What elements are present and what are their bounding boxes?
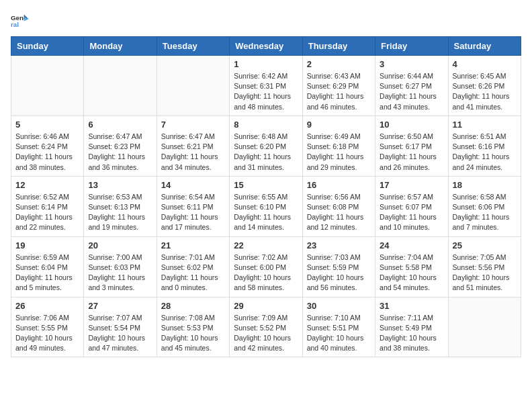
- calendar-cell: 19Sunrise: 6:59 AMSunset: 6:04 PMDayligh…: [11, 236, 84, 297]
- day-number: 29: [234, 301, 298, 311]
- day-info: Sunrise: 7:04 AMSunset: 5:58 PMDaylight:…: [380, 253, 443, 293]
- calendar-week-row: 12Sunrise: 6:52 AMSunset: 6:14 PMDayligh…: [11, 176, 521, 236]
- day-info: Sunrise: 6:59 AMSunset: 6:04 PMDaylight:…: [15, 253, 79, 293]
- day-number: 17: [380, 180, 443, 190]
- day-number: 3: [380, 59, 443, 69]
- day-info: Sunrise: 7:09 AMSunset: 5:52 PMDaylight:…: [234, 313, 298, 354]
- calendar-week-row: 26Sunrise: 7:06 AMSunset: 5:55 PMDayligh…: [11, 297, 521, 357]
- calendar-cell: 1Sunrise: 6:42 AMSunset: 6:31 PMDaylight…: [230, 56, 302, 116]
- calendar-cell: 26Sunrise: 7:06 AMSunset: 5:55 PMDayligh…: [11, 297, 84, 357]
- day-info: Sunrise: 6:43 AMSunset: 6:29 PMDaylight:…: [307, 71, 371, 112]
- day-info: Sunrise: 6:44 AMSunset: 6:27 PMDaylight:…: [380, 71, 443, 112]
- calendar-cell: 8Sunrise: 6:48 AMSunset: 6:20 PMDaylight…: [230, 116, 302, 176]
- calendar-cell: 7Sunrise: 6:47 AMSunset: 6:21 PMDaylight…: [157, 116, 229, 176]
- calendar-cell: 18Sunrise: 6:58 AMSunset: 6:06 PMDayligh…: [448, 176, 521, 236]
- day-number: 16: [307, 180, 371, 190]
- day-info: Sunrise: 6:42 AMSunset: 6:31 PMDaylight:…: [234, 71, 298, 112]
- calendar-cell: 30Sunrise: 7:10 AMSunset: 5:51 PMDayligh…: [302, 297, 375, 357]
- calendar-cell: [157, 56, 229, 116]
- calendar-cell: 29Sunrise: 7:09 AMSunset: 5:52 PMDayligh…: [230, 297, 302, 357]
- day-info: Sunrise: 6:45 AMSunset: 6:26 PMDaylight:…: [453, 71, 517, 112]
- weekday-header-sunday: Sunday: [11, 37, 84, 56]
- day-number: 25: [453, 240, 517, 250]
- day-info: Sunrise: 7:06 AMSunset: 5:55 PMDaylight:…: [15, 313, 79, 354]
- calendar-cell: 14Sunrise: 6:54 AMSunset: 6:11 PMDayligh…: [157, 176, 229, 236]
- day-info: Sunrise: 7:02 AMSunset: 6:00 PMDaylight:…: [234, 253, 298, 293]
- calendar-cell: 13Sunrise: 6:53 AMSunset: 6:13 PMDayligh…: [84, 176, 157, 236]
- day-info: Sunrise: 6:57 AMSunset: 6:07 PMDaylight:…: [380, 192, 443, 233]
- page-header: Gene ral: [11, 11, 521, 30]
- logo-icon: Gene ral: [11, 11, 30, 30]
- day-number: 22: [234, 240, 298, 250]
- calendar-cell: 22Sunrise: 7:02 AMSunset: 6:00 PMDayligh…: [230, 236, 302, 297]
- day-info: Sunrise: 6:53 AMSunset: 6:13 PMDaylight:…: [88, 192, 152, 233]
- day-info: Sunrise: 7:00 AMSunset: 6:03 PMDaylight:…: [88, 253, 152, 293]
- calendar-cell: 25Sunrise: 7:05 AMSunset: 5:56 PMDayligh…: [448, 236, 521, 297]
- weekday-header-saturday: Saturday: [448, 37, 521, 56]
- calendar-cell: 15Sunrise: 6:55 AMSunset: 6:10 PMDayligh…: [230, 176, 302, 236]
- day-info: Sunrise: 6:56 AMSunset: 6:08 PMDaylight:…: [307, 192, 371, 233]
- calendar-cell: [448, 297, 521, 357]
- svg-text:ral: ral: [11, 21, 19, 28]
- calendar-week-row: 19Sunrise: 6:59 AMSunset: 6:04 PMDayligh…: [11, 236, 521, 297]
- day-info: Sunrise: 6:50 AMSunset: 6:17 PMDaylight:…: [380, 132, 443, 173]
- day-info: Sunrise: 6:49 AMSunset: 6:18 PMDaylight:…: [307, 132, 371, 173]
- calendar-cell: 27Sunrise: 7:07 AMSunset: 5:54 PMDayligh…: [84, 297, 157, 357]
- calendar-cell: 6Sunrise: 6:47 AMSunset: 6:23 PMDaylight…: [84, 116, 157, 176]
- day-info: Sunrise: 6:54 AMSunset: 6:11 PMDaylight:…: [161, 192, 225, 233]
- calendar-cell: [11, 56, 84, 116]
- day-info: Sunrise: 7:03 AMSunset: 5:59 PMDaylight:…: [307, 253, 371, 293]
- day-number: 21: [161, 240, 225, 250]
- weekday-header-tuesday: Tuesday: [157, 37, 229, 56]
- calendar-cell: 16Sunrise: 6:56 AMSunset: 6:08 PMDayligh…: [302, 176, 375, 236]
- weekday-header-row: SundayMondayTuesdayWednesdayThursdayFrid…: [11, 37, 521, 56]
- day-info: Sunrise: 6:47 AMSunset: 6:23 PMDaylight:…: [88, 132, 152, 173]
- day-info: Sunrise: 7:05 AMSunset: 5:56 PMDaylight:…: [453, 253, 517, 293]
- calendar-cell: 21Sunrise: 7:01 AMSunset: 6:02 PMDayligh…: [157, 236, 229, 297]
- day-number: 23: [307, 240, 371, 250]
- day-number: 18: [453, 180, 517, 190]
- calendar-cell: 23Sunrise: 7:03 AMSunset: 5:59 PMDayligh…: [302, 236, 375, 297]
- day-number: 2: [307, 59, 371, 69]
- day-number: 12: [15, 180, 79, 190]
- day-number: 14: [161, 180, 225, 190]
- day-number: 27: [88, 301, 152, 311]
- day-info: Sunrise: 7:07 AMSunset: 5:54 PMDaylight:…: [88, 313, 152, 354]
- calendar-cell: 3Sunrise: 6:44 AMSunset: 6:27 PMDaylight…: [375, 56, 448, 116]
- calendar-cell: 11Sunrise: 6:51 AMSunset: 6:16 PMDayligh…: [448, 116, 521, 176]
- day-number: 10: [380, 120, 443, 130]
- day-info: Sunrise: 7:10 AMSunset: 5:51 PMDaylight:…: [307, 313, 371, 354]
- calendar-cell: 24Sunrise: 7:04 AMSunset: 5:58 PMDayligh…: [375, 236, 448, 297]
- day-info: Sunrise: 6:58 AMSunset: 6:06 PMDaylight:…: [453, 192, 517, 233]
- day-number: 24: [380, 240, 443, 250]
- day-info: Sunrise: 7:08 AMSunset: 5:53 PMDaylight:…: [161, 313, 225, 354]
- day-info: Sunrise: 6:51 AMSunset: 6:16 PMDaylight:…: [453, 132, 517, 173]
- day-number: 1: [234, 59, 298, 69]
- day-info: Sunrise: 6:55 AMSunset: 6:10 PMDaylight:…: [234, 192, 298, 233]
- calendar-cell: 10Sunrise: 6:50 AMSunset: 6:17 PMDayligh…: [375, 116, 448, 176]
- day-number: 20: [88, 240, 152, 250]
- logo: Gene ral: [11, 11, 32, 30]
- calendar-table: SundayMondayTuesdayWednesdayThursdayFrid…: [11, 36, 521, 357]
- day-number: 7: [161, 120, 225, 130]
- day-number: 13: [88, 180, 152, 190]
- day-info: Sunrise: 7:01 AMSunset: 6:02 PMDaylight:…: [161, 253, 225, 293]
- day-info: Sunrise: 6:48 AMSunset: 6:20 PMDaylight:…: [234, 132, 298, 173]
- calendar-cell: 5Sunrise: 6:46 AMSunset: 6:24 PMDaylight…: [11, 116, 84, 176]
- day-number: 4: [453, 59, 517, 69]
- day-number: 30: [307, 301, 371, 311]
- day-number: 19: [15, 240, 79, 250]
- calendar-week-row: 1Sunrise: 6:42 AMSunset: 6:31 PMDaylight…: [11, 56, 521, 116]
- calendar-cell: 20Sunrise: 7:00 AMSunset: 6:03 PMDayligh…: [84, 236, 157, 297]
- calendar-cell: 4Sunrise: 6:45 AMSunset: 6:26 PMDaylight…: [448, 56, 521, 116]
- weekday-header-wednesday: Wednesday: [230, 37, 302, 56]
- day-number: 11: [453, 120, 517, 130]
- calendar-cell: 9Sunrise: 6:49 AMSunset: 6:18 PMDaylight…: [302, 116, 375, 176]
- calendar-cell: 2Sunrise: 6:43 AMSunset: 6:29 PMDaylight…: [302, 56, 375, 116]
- day-info: Sunrise: 6:52 AMSunset: 6:14 PMDaylight:…: [15, 192, 79, 233]
- day-number: 8: [234, 120, 298, 130]
- day-number: 26: [15, 301, 79, 311]
- day-info: Sunrise: 6:47 AMSunset: 6:21 PMDaylight:…: [161, 132, 225, 173]
- weekday-header-thursday: Thursday: [302, 37, 375, 56]
- weekday-header-monday: Monday: [84, 37, 157, 56]
